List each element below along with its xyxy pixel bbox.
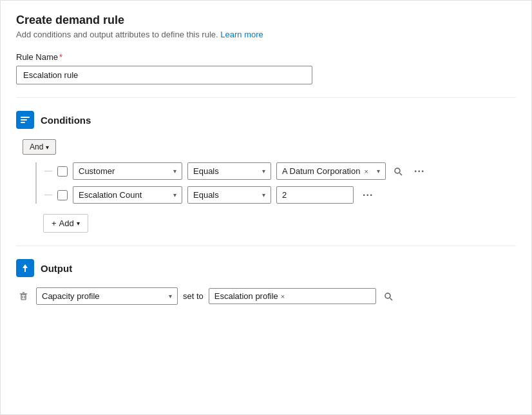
condition-2-operator-chevron: ▾ xyxy=(262,191,265,198)
condition-1-value-text: A Datum Corporation xyxy=(282,166,360,176)
connector-line-2 xyxy=(44,195,52,195)
output-field-dropdown[interactable]: Capacity profile ▾ xyxy=(36,287,178,305)
output-row: Capacity profile ▾ set to Escalation pro… xyxy=(16,287,516,305)
output-section-header: Output xyxy=(16,259,516,277)
conditions-icon xyxy=(16,111,34,129)
set-to-label: set to xyxy=(183,291,204,301)
table-row: Customer ▾ Equals ▾ A Datum Corporation … xyxy=(37,162,516,180)
condition-1-more-button[interactable]: ··· xyxy=(410,163,428,180)
condition-1-value-chevron: ▾ xyxy=(377,168,380,175)
condition-1-operator-label: Equals xyxy=(193,166,219,176)
conditions-section-header: Conditions xyxy=(16,111,516,129)
svg-point-11 xyxy=(385,293,390,298)
svg-line-12 xyxy=(390,298,392,300)
output-icon xyxy=(16,259,34,277)
conditions-title: Conditions xyxy=(41,115,91,126)
svg-rect-6 xyxy=(21,294,26,300)
output-value-tag: Escalation profile × xyxy=(214,291,285,301)
connector-line-1 xyxy=(44,171,52,171)
page-title: Create demand rule xyxy=(16,14,516,27)
logical-operator-button[interactable]: And ▾ xyxy=(23,139,56,155)
rule-name-label: Rule Name* xyxy=(16,52,516,62)
output-search-icon xyxy=(384,292,393,301)
condition-1-checkbox[interactable] xyxy=(57,166,68,177)
page-container: Create demand rule Add conditions and ou… xyxy=(0,0,532,415)
output-svg-icon xyxy=(20,263,30,273)
add-plus-icon: + xyxy=(52,218,57,228)
divider-2 xyxy=(16,246,516,246)
svg-marker-5 xyxy=(23,264,28,272)
condition-2-operator-dropdown[interactable]: Equals ▾ xyxy=(187,186,271,204)
learn-more-link[interactable]: Learn more xyxy=(220,30,263,39)
condition-2-field-label: Escalation Count xyxy=(79,190,142,200)
condition-1-field-label: Customer xyxy=(79,166,115,176)
condition-1-field-chevron: ▾ xyxy=(173,168,176,175)
svg-rect-1 xyxy=(21,119,27,121)
condition-2-value-input[interactable] xyxy=(276,186,354,204)
rule-name-input[interactable] xyxy=(16,66,312,84)
condition-2-field-dropdown[interactable]: Escalation Count ▾ xyxy=(73,186,182,204)
rule-name-field: Rule Name* xyxy=(16,52,516,84)
output-value-container: Escalation profile × xyxy=(209,288,376,304)
output-search-button[interactable] xyxy=(381,289,395,304)
output-title: Output xyxy=(41,263,72,274)
condition-2-more-button[interactable]: ··· xyxy=(359,187,377,204)
condition-1-value-remove-icon[interactable]: × xyxy=(363,168,369,175)
search-icon xyxy=(394,167,403,176)
condition-1-value-tag: A Datum Corporation × xyxy=(282,166,370,176)
condition-1-operator-chevron: ▾ xyxy=(262,168,265,175)
svg-rect-0 xyxy=(21,117,30,118)
and-chevron-icon: ▾ xyxy=(46,144,49,151)
output-delete-button[interactable] xyxy=(16,289,31,304)
output-value-remove-icon[interactable]: × xyxy=(281,293,285,300)
condition-1-value-dropdown[interactable]: A Datum Corporation × ▾ xyxy=(276,162,386,180)
page-subtitle: Add conditions and output attributes to … xyxy=(16,30,516,39)
add-chevron-icon: ▾ xyxy=(77,220,80,227)
add-condition-button[interactable]: + Add ▾ xyxy=(43,214,88,233)
condition-1-search-button[interactable] xyxy=(391,164,405,179)
svg-rect-2 xyxy=(21,122,25,123)
required-indicator: * xyxy=(59,52,62,62)
output-field-label: Capacity profile xyxy=(42,291,100,301)
divider-1 xyxy=(16,97,516,98)
svg-line-4 xyxy=(400,173,403,175)
conditions-body: And ▾ Customer ▾ Equals ▾ A Datum Corp xyxy=(16,139,516,233)
condition-1-field-dropdown[interactable]: Customer ▾ xyxy=(73,162,182,180)
condition-2-field-chevron: ▾ xyxy=(173,191,176,198)
svg-point-3 xyxy=(395,168,400,173)
output-value-text: Escalation profile xyxy=(214,291,278,301)
condition-2-checkbox[interactable] xyxy=(57,190,68,200)
trash-icon xyxy=(19,291,28,301)
conditions-svg-icon xyxy=(20,115,30,125)
output-field-chevron: ▾ xyxy=(169,293,172,300)
condition-rows-container: Customer ▾ Equals ▾ A Datum Corporation … xyxy=(35,162,516,204)
condition-2-operator-label: Equals xyxy=(193,190,219,200)
condition-1-operator-dropdown[interactable]: Equals ▾ xyxy=(187,162,271,180)
table-row: Escalation Count ▾ Equals ▾ ··· xyxy=(37,186,516,204)
output-section: Output Capacity profile ▾ set to Escalat xyxy=(16,259,516,305)
